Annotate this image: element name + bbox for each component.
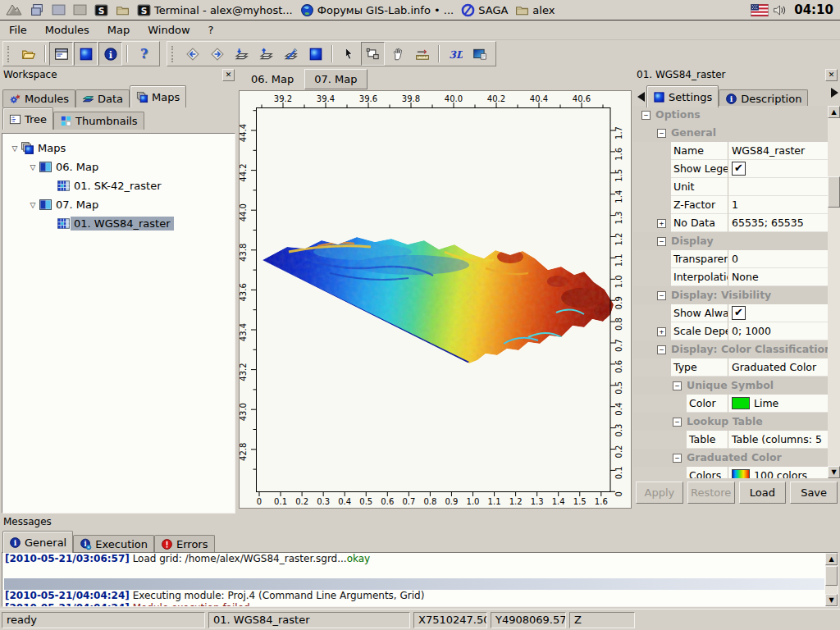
toolbar-button-map-properties[interactable]: [304, 42, 327, 66]
collapse-icon[interactable]: −: [657, 129, 666, 138]
window-list-button[interactable]: [29, 2, 46, 18]
toolbar-button-pan-tool[interactable]: [386, 42, 409, 66]
collapse-icon[interactable]: −: [657, 237, 666, 246]
setting-value[interactable]: None: [728, 268, 828, 286]
tab-description[interactable]: Description: [719, 89, 808, 107]
log-scroll-up-icon[interactable]: ▲: [825, 553, 838, 565]
tree-item-07-map[interactable]: ▽07. Map: [2, 195, 235, 214]
workspace-close-icon[interactable]: ✕: [222, 69, 235, 81]
map-tab-06-map[interactable]: 06. Map: [242, 70, 303, 89]
task-browser[interactable]: Форумы GIS-Lab.info • ...: [299, 2, 455, 18]
tab-execution[interactable]: Execution: [73, 535, 154, 553]
menu-?[interactable]: ?: [199, 21, 223, 39]
tab-maps[interactable]: Maps: [130, 85, 186, 107]
keyboard-layout-flag[interactable]: [751, 4, 769, 16]
menu-file[interactable]: File: [0, 21, 36, 39]
setting-value[interactable]: 0; 1000: [728, 322, 828, 340]
log-scrollbar[interactable]: ▲ ▼: [825, 553, 838, 606]
settings-scrollbar[interactable]: ▲ ▼: [828, 106, 840, 478]
menu-window[interactable]: Window: [139, 21, 199, 39]
subtab-thumbnails[interactable]: Thumbnails: [53, 112, 144, 130]
setting-value[interactable]: ✔: [728, 304, 828, 322]
expander-icon[interactable]: ▽: [9, 144, 21, 153]
window-manager-logo[interactable]: [3, 2, 25, 18]
subtab-tree[interactable]: Tree: [2, 107, 53, 130]
collapse-icon[interactable]: −: [641, 111, 651, 120]
save-button[interactable]: Save: [790, 482, 838, 504]
menu-map[interactable]: Map: [98, 21, 139, 39]
tab-modules[interactable]: Modules: [2, 89, 75, 107]
tree-item-01-wgs84-raster[interactable]: 01. WGS84_raster: [2, 214, 235, 233]
log-line[interactable]: [2010-05-21/04:04:24] Executing module: …: [2, 590, 838, 602]
toolbar-button-zoom-tool[interactable]: [361, 42, 385, 66]
setting-value[interactable]: [728, 178, 828, 196]
tree-item-maps[interactable]: ▽Maps: [2, 139, 235, 158]
toolbar-button-zoom-next[interactable]: [205, 42, 229, 66]
scroll-down-icon[interactable]: ▼: [828, 466, 840, 478]
selected-log-line[interactable]: [4, 578, 824, 590]
toolbar-button-show-workspace[interactable]: [49, 42, 73, 66]
toolbar-button-measure-tool[interactable]: [410, 42, 434, 66]
map-canvas[interactable]: 39.239.439.639.840.040.240.440.644.444.2…: [239, 90, 632, 509]
toolbar-grip[interactable]: [171, 46, 176, 62]
toolbar-grip[interactable]: [7, 46, 11, 62]
collapse-icon[interactable]: −: [673, 381, 682, 390]
log-line[interactable]: [2010-05-21/03:06:57] Load grid: /home/a…: [2, 553, 838, 565]
setting-value[interactable]: WGS84_raster: [728, 142, 828, 160]
toolbar-button-zoom-previous[interactable]: [180, 42, 204, 66]
setting-value[interactable]: 0: [728, 250, 828, 268]
scroll-up-icon[interactable]: ▲: [828, 106, 840, 118]
toolbar-button-show-object-properties[interactable]: [74, 42, 98, 66]
map-tab-07-map[interactable]: 07. Map: [304, 69, 367, 89]
checkbox-checked-icon[interactable]: ✔: [732, 162, 746, 176]
log-scroll-down-icon[interactable]: ▼: [825, 594, 838, 606]
expand-icon[interactable]: +: [657, 219, 666, 228]
minimized-window-1[interactable]: [50, 2, 67, 18]
minimized-window-2[interactable]: [71, 2, 89, 18]
toolbar-button-help[interactable]: [131, 42, 155, 66]
tab-settings[interactable]: Settings: [646, 85, 719, 107]
task-file-manager[interactable]: alex: [514, 2, 556, 18]
volume-icon[interactable]: [773, 3, 787, 17]
toolbar-button-zoom-selection[interactable]: [279, 42, 303, 66]
log-line[interactable]: [2010-05-21/04:04:24] Module execution f…: [2, 602, 838, 607]
tab-data[interactable]: Data: [75, 89, 130, 107]
toolbar-button-show-3d-view[interactable]: [443, 42, 467, 66]
setting-value[interactable]: 1: [728, 196, 828, 214]
setting-value[interactable]: Lime: [728, 395, 828, 413]
toolbar-button-open[interactable]: [16, 42, 40, 66]
log-line[interactable]: [2, 565, 838, 578]
expander-icon[interactable]: ▽: [27, 201, 39, 209]
menu-modules[interactable]: Modules: [36, 21, 98, 39]
task-saga[interactable]: SAGA: [459, 2, 509, 18]
properties-close-icon[interactable]: ✕: [825, 69, 838, 81]
toolbar-button-default-cursor[interactable]: [336, 42, 360, 66]
task-terminal[interactable]: Terminal - alex@myhost...: [135, 2, 294, 18]
setting-value[interactable]: 65535; 65535: [728, 214, 828, 232]
expander-icon[interactable]: ▽: [27, 163, 39, 171]
file-manager-launcher[interactable]: [114, 2, 131, 18]
collapse-icon[interactable]: −: [673, 418, 682, 427]
setting-value[interactable]: Table (columns: 5: [728, 431, 828, 449]
tab-general[interactable]: General: [2, 531, 73, 553]
load-button[interactable]: Load: [739, 482, 787, 504]
tree-item-01-sk-42-raster[interactable]: 01. SK-42_raster: [2, 176, 235, 195]
expand-icon[interactable]: +: [657, 327, 666, 336]
scroll-thumb[interactable]: [828, 176, 840, 208]
log-scroll-thumb[interactable]: [825, 566, 838, 586]
tree-item-06-map[interactable]: ▽06. Map: [2, 158, 235, 176]
terminal-launcher[interactable]: [93, 2, 110, 18]
collapse-icon[interactable]: −: [657, 291, 666, 300]
collapse-icon[interactable]: −: [673, 454, 682, 463]
toolbar-button-zoom-active-layer[interactable]: [254, 42, 278, 66]
setting-value[interactable]: Graduated Color: [728, 358, 828, 377]
toolbar-button-save-as-image[interactable]: [468, 42, 491, 66]
checkbox-checked-icon[interactable]: ✔: [732, 306, 746, 320]
collapse-icon[interactable]: −: [657, 345, 666, 354]
setting-value[interactable]: ✔: [728, 160, 828, 178]
setting-value[interactable]: 100 colors: [728, 467, 828, 478]
toolbar-button-show-messages[interactable]: [98, 42, 122, 66]
tabs-scroll-left-icon[interactable]: [636, 88, 646, 106]
tabs-scroll-right-icon[interactable]: [829, 84, 840, 102]
toolbar-button-zoom-full-extent[interactable]: [230, 42, 253, 66]
